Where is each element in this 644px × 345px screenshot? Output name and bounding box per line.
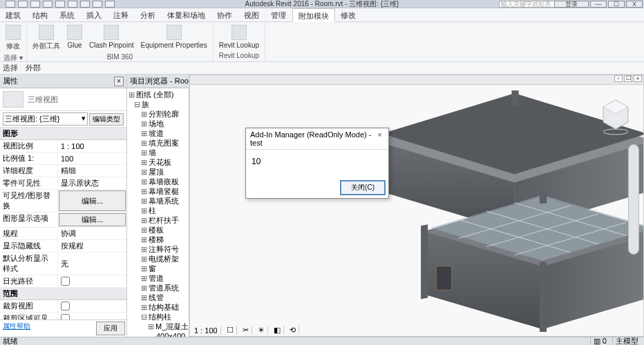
tree-node[interactable]: ⊞结构基础 [127, 302, 189, 312]
tree-node[interactable]: ⊟族 [127, 99, 189, 109]
tree-node[interactable]: ⊞图纸 (全部) [127, 90, 189, 99]
ribbon-button[interactable]: Revit Lookup [216, 23, 262, 50]
qat-btn[interactable] [68, 1, 77, 8]
tree-node[interactable]: ⊞幕墙嵌板 [127, 177, 189, 186]
qat-btn[interactable] [43, 1, 53, 8]
ribbon-tab[interactable]: 修改 [335, 8, 362, 21]
status-text: 就绪 [0, 336, 590, 345]
tree-node[interactable]: ⊞柱 [127, 206, 189, 215]
navigation-bar[interactable] [628, 144, 639, 255]
minimize-button[interactable]: — [590, 1, 607, 8]
property-category[interactable]: 图形 [0, 128, 126, 140]
maximize-button[interactable]: ☐ [608, 1, 625, 8]
ribbon-tab[interactable]: 管理 [265, 8, 292, 21]
ribbon-tab[interactable]: 插入 [81, 8, 108, 21]
ribbon-tab[interactable]: 协作 [211, 8, 238, 21]
property-value[interactable] [58, 275, 126, 287]
qat-btn[interactable] [6, 1, 15, 8]
viewport-btn[interactable]: × [634, 75, 642, 82]
view-ctrl-btn[interactable]: ☀ [255, 326, 268, 335]
dialog-title[interactable]: Add-In Manager (ReadOnly Mode) - test × [246, 128, 388, 150]
property-value[interactable]: 协调 [58, 228, 126, 239]
ribbon-tab[interactable]: 建筑 [0, 8, 27, 21]
tree-node[interactable]: ⊞屋顶 [127, 167, 189, 177]
type-dropdown[interactable]: 三维视图: {三维}▾ [3, 112, 88, 126]
property-category[interactable]: 范围 [0, 288, 126, 300]
edit-type-button[interactable]: 编辑类型 [89, 113, 124, 126]
ribbon-button[interactable]: Equipment Properties [138, 23, 209, 52]
viewport[interactable]: ▫☐× [189, 75, 644, 337]
ribbon-tab[interactable]: 结构 [27, 8, 54, 21]
property-value[interactable] [58, 300, 126, 312]
tree-node[interactable]: ⊟结构柱 [127, 312, 189, 322]
viewport-btn[interactable]: ▫ [614, 75, 623, 82]
qat-btn[interactable] [55, 1, 65, 8]
property-value[interactable]: 编辑... [59, 190, 126, 211]
status-model[interactable]: 主模型 [612, 336, 641, 345]
view-cube[interactable] [600, 96, 631, 137]
close-button[interactable]: X [626, 1, 643, 8]
tree-node[interactable]: ⊞坡道 [127, 128, 189, 138]
tree-node[interactable]: ⊞管道系统 [127, 283, 189, 293]
browser-tree[interactable]: ⊞图纸 (全部) ⊟族⊞分割轮廓⊞场地⊞坡道⊞填充图案⊞墙⊞天花板⊞屋顶⊞幕墙嵌… [127, 88, 189, 337]
close-icon[interactable]: × [375, 130, 384, 140]
tree-node[interactable]: ⊞窗 [127, 264, 189, 273]
model-view[interactable] [190, 85, 643, 336]
ribbon-button[interactable]: 外部工具 [30, 23, 63, 52]
ribbon-button[interactable]: Clash Pinpoint [86, 23, 136, 52]
property-value[interactable]: 100 [58, 152, 126, 164]
tree-node[interactable]: ⊞M_混凝土 - [127, 322, 189, 331]
tree-node[interactable]: ⊞幕墙竖梃 [127, 186, 189, 196]
property-value[interactable]: 无 [58, 253, 126, 275]
ribbon-button[interactable]: 修改 [3, 23, 23, 52]
ok-button[interactable]: 关闭(C) [340, 180, 386, 195]
view-ctrl-btn[interactable]: ◧ [271, 326, 284, 335]
tree-node[interactable]: ⊞幕墙系统 [127, 196, 189, 206]
ribbon-tab[interactable]: 体量和场地 [162, 8, 211, 21]
property-checkbox[interactable] [61, 302, 70, 310]
view-ctrl-btn[interactable]: ⟲ [287, 326, 299, 335]
ribbon-tab[interactable]: 注释 [108, 8, 135, 21]
property-checkbox[interactable] [61, 314, 70, 319]
type-selector[interactable]: 三维视图 [0, 88, 126, 111]
tree-node[interactable]: ⊞填充图案 [127, 138, 189, 148]
ribbon-button[interactable]: Glue [64, 23, 85, 52]
tree-node[interactable]: ⊞注释符号 [127, 244, 189, 254]
apply-button[interactable]: 应用 [96, 322, 125, 335]
tree-node[interactable]: ⊞线管 [127, 293, 189, 302]
scale-control[interactable]: 1 : 100 [191, 326, 221, 335]
qat-btn[interactable] [18, 1, 28, 8]
property-value[interactable] [58, 313, 126, 319]
close-icon[interactable]: × [114, 77, 124, 86]
qat-btn[interactable] [80, 1, 90, 8]
property-value[interactable]: 1 : 100 [58, 140, 126, 152]
tree-node[interactable]: ⊞场地 [127, 119, 189, 128]
tree-node[interactable]: ⊞楼板 [127, 225, 189, 235]
qat-btn[interactable] [105, 1, 115, 8]
property-checkbox[interactable] [61, 277, 70, 286]
status-item[interactable]: ▥ 0 [590, 337, 609, 345]
tree-node[interactable]: ⊞管道 [127, 273, 189, 283]
login-button[interactable]: 登录 [554, 1, 589, 8]
view-ctrl-btn[interactable]: ☐ [224, 326, 237, 335]
tree-node[interactable]: ⊞电缆桥架 [127, 254, 189, 264]
property-value[interactable]: 精细 [58, 165, 126, 177]
property-value[interactable]: 显示原状态 [58, 177, 126, 189]
tree-node[interactable]: ⊞天花板 [127, 157, 189, 167]
tree-node[interactable]: ⊞楼梯 [127, 235, 189, 244]
viewport-btn[interactable]: ☐ [624, 75, 632, 82]
property-value[interactable]: 编辑... [59, 213, 126, 226]
view-ctrl-btn[interactable]: ✂ [240, 326, 252, 335]
ribbon-tab[interactable]: 分析 [135, 8, 162, 21]
svg-point-24 [603, 129, 628, 135]
tree-node[interactable]: ⊞栏杆扶手 [127, 215, 189, 225]
property-value[interactable]: 按规程 [58, 240, 126, 252]
ribbon-tab[interactable]: 系统 [54, 8, 81, 21]
qat-btn[interactable] [30, 1, 40, 8]
tree-node[interactable]: ⊞墙 [127, 148, 189, 157]
qat-btn[interactable] [93, 1, 102, 8]
help-link[interactable]: 属性帮助 [0, 320, 95, 337]
ribbon-tab[interactable]: 视图 [238, 8, 265, 21]
tree-node[interactable]: ⊞分割轮廓 [127, 109, 189, 119]
ribbon-tab[interactable]: 附加模块 [292, 8, 335, 22]
